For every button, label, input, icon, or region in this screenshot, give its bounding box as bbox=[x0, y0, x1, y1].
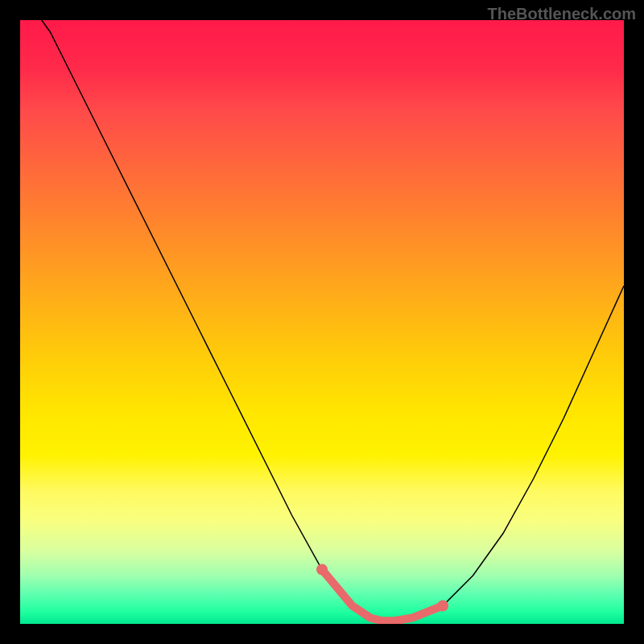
highlight-dot bbox=[437, 601, 448, 612]
optimal-range-highlight bbox=[322, 570, 443, 621]
plot-area bbox=[20, 20, 624, 624]
curve-svg bbox=[20, 20, 624, 624]
watermark-text: TheBottleneck.com bbox=[488, 5, 636, 23]
highlight-dot bbox=[316, 564, 328, 576]
bottleneck-curve bbox=[20, 20, 624, 621]
chart-container: TheBottleneck.com bbox=[0, 0, 644, 644]
